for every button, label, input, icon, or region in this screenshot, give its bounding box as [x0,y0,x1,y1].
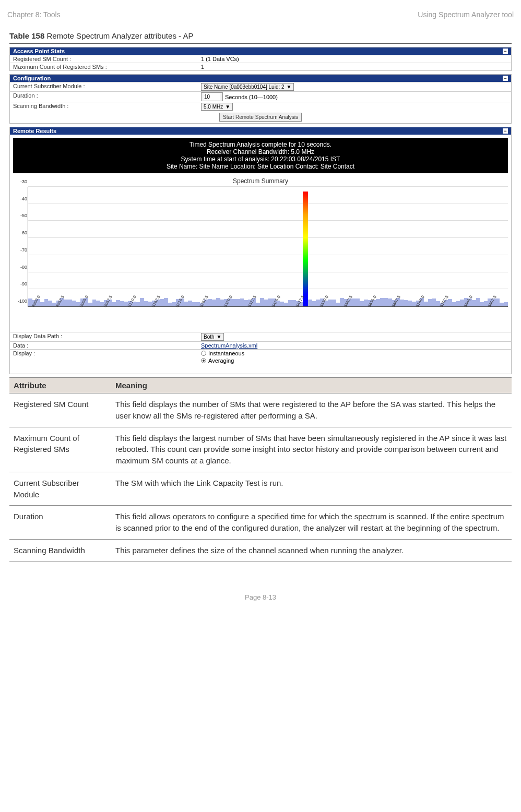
table-row: Scanning Bandwidth : 5.0 MHz ▼ [10,102,511,111]
data-label: Data : [10,342,198,349]
page-footer: Page 8-13 [0,593,521,601]
duration-label: Duration : [10,92,198,102]
y-tick-label: -80 [14,265,27,270]
radio-label: Averaging [208,357,234,364]
table-row: Display Data Path : Both ▼ [10,332,511,341]
max-reg-sm-value: 1 [198,63,511,70]
duration-field[interactable] [204,93,220,100]
attr-meaning: This field allows operators to configure… [111,506,512,540]
collapse-icon[interactable]: − [503,49,508,54]
spectrum-peak [303,192,308,306]
table-row: Maximum Count of Registered SMsThis fiel… [9,427,512,472]
col-attribute: Attribute [9,378,111,393]
max-reg-sm-label: Maximum Count of Registered SMs : [10,63,198,70]
current-sm-value: Site Name [0a003ebb0104] Luid: 2 [204,84,285,90]
table-row: Registered SM CountThis field displays t… [9,393,512,427]
y-tick-label: -60 [14,230,27,235]
divider [9,43,512,44]
y-tick-label: -40 [14,196,27,201]
y-tick-label: -30 [14,179,27,184]
remote-results-panel: Remote Results − Timed Spectrum Analysis… [9,127,512,374]
display-mode-label: Display : [10,350,198,364]
attr-name: Registered SM Count [9,393,111,427]
y-tick-label: -50 [14,213,27,218]
table-row: Duration : Seconds (10—1000) [10,91,511,102]
table-row: Current Subscriber Module : Site Name [0… [10,82,511,91]
table-row: Current Subscriber ModuleThe SM with whi… [9,472,512,506]
col-meaning: Meaning [111,378,512,393]
spectrum-chart: -30-40-50-60-70-80-90-100 4900.04952.550… [13,187,508,329]
current-sm-label: Current Subscriber Module : [10,82,198,91]
scan-bw-value: 5.0 MHz [204,104,223,110]
configuration-panel: Configuration − Current Subscriber Modul… [9,74,512,124]
analysis-banner: Timed Spectrum Analysis complete for 10 … [13,138,508,173]
panel-header: Access Point Stats − [10,47,511,55]
scan-bw-select[interactable]: 5.0 MHz ▼ [201,103,233,111]
attr-meaning: This field displays the largest number o… [111,427,512,472]
banner-line-1: Timed Spectrum Analysis complete for 10 … [13,141,508,148]
reg-sm-count-label: Registered SM Count : [10,55,198,63]
panel-title: Configuration [13,75,51,81]
panel-title: Remote Results [13,128,56,134]
table-row: Data : SpectrumAnalysis.xml [10,341,511,349]
start-analysis-button[interactable]: Start Remote Spectrum Analysis [219,113,302,122]
table-row: Scanning BandwidthThis parameter defines… [9,539,512,562]
panel-header: Remote Results − [10,127,511,135]
section-label: Using Spectrum Analyzer tool [418,10,514,19]
y-tick-label: -70 [14,247,27,253]
chevron-down-icon: ▼ [217,334,222,340]
radio-label: Instantaneous [208,350,244,356]
panel-header: Configuration − [10,75,511,82]
table-row: Maximum Count of Registered SMs : 1 [10,63,511,70]
y-tick-label: -100 [14,298,27,304]
display-instant-radio[interactable]: Instantaneous [201,350,244,356]
current-sm-select[interactable]: Site Name [0a003ebb0104] Luid: 2 ▼ [201,83,294,91]
banner-line-3: System time at start of analysis: 20:22:… [13,156,508,163]
table-row: Display : Instantaneous Averaging [10,349,511,364]
display-path-value: Both [204,334,215,340]
radio-icon [201,351,206,356]
table-number: Table 158 [9,31,44,40]
attr-meaning: This parameter defines the size of the c… [111,539,512,562]
table-row: DurationThis field allows operators to c… [9,506,512,540]
display-path-select[interactable]: Both ▼ [201,333,224,341]
attributes-table: Attribute Meaning Registered SM CountThi… [9,377,512,562]
collapse-icon[interactable]: − [503,76,508,81]
duration-input[interactable] [201,92,223,101]
attr-name: Scanning Bandwidth [9,539,111,562]
chevron-down-icon: ▼ [225,104,230,110]
attr-name: Duration [9,506,111,540]
display-averaging-radio[interactable]: Averaging [201,357,234,364]
chart-title: Spectrum Summary [10,176,511,186]
duration-hint: Seconds (10—1000) [225,94,278,100]
radio-icon [201,358,206,363]
y-tick-label: -90 [14,281,27,286]
attr-name: Maximum Count of Registered SMs [9,427,111,472]
scan-bw-label: Scanning Bandwidth : [10,102,198,111]
collapse-icon[interactable]: − [503,128,508,134]
access-point-stats-panel: Access Point Stats − Registered SM Count… [9,47,512,71]
attr-meaning: The SM with which the Link Capacity Test… [111,472,512,506]
table-caption: Table 158 Remote Spectrum Analyzer attri… [9,22,512,43]
table-name: Remote Spectrum Analyzer attributes - AP [44,31,193,40]
panel-title: Access Point Stats [13,48,65,54]
banner-line-4: Site Name: Site Name Location: Site Loca… [13,163,508,170]
chevron-down-icon: ▼ [287,84,292,90]
attr-meaning: This field displays the number of SMs th… [111,393,512,427]
attr-name: Current Subscriber Module [9,472,111,506]
data-link[interactable]: SpectrumAnalysis.xml [201,342,257,349]
table-row: Registered SM Count : 1 (1 Data VCs) [10,55,511,63]
chapter-label: Chapter 8: Tools [7,10,61,19]
display-path-label: Display Data Path : [10,332,198,341]
reg-sm-count-value: 1 (1 Data VCs) [198,55,511,63]
banner-line-2: Receiver Channel Bandwidth: 5.0 MHz [13,148,508,156]
